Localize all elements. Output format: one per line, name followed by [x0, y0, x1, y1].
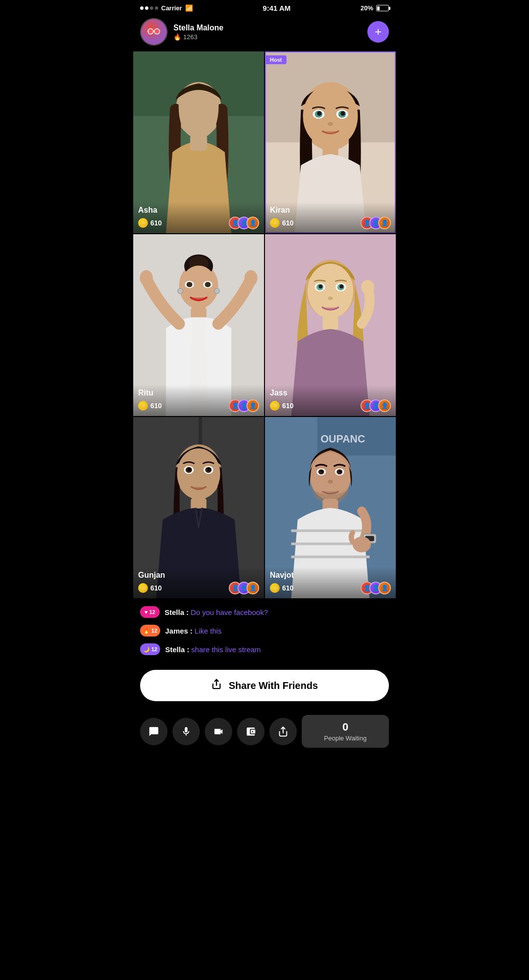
host-avatar[interactable] — [140, 18, 168, 46]
ritu-name: Ritu — [138, 389, 259, 397]
score-value: 1263 — [183, 33, 197, 41]
ritu-overlay: Ritu 🪙 610 👤 👤 👤 — [133, 385, 264, 416]
host-profile-bar: Stella Malone 🔥 1263 + — [132, 14, 397, 51]
asha-viewers: 👤 👤 👤 — [229, 217, 259, 229]
asha-coins: 🪙 610 — [138, 218, 162, 228]
video-cell-asha[interactable]: Asha 🪙 610 👤 👤 👤 — [133, 51, 264, 233]
wallet-button[interactable] — [237, 718, 264, 745]
svg-point-50 — [177, 448, 220, 499]
chat-text-2: James : Like this — [165, 627, 221, 635]
ritu-coins: 🪙 610 — [138, 401, 162, 411]
chat-level-3: 12 — [151, 646, 157, 652]
video-cell-gunjan[interactable]: Gunjan 🪙 610 👤 👤 👤 — [133, 417, 264, 599]
share-button-container: Share With Friends — [132, 668, 397, 709]
chat-button[interactable] — [140, 718, 168, 745]
status-left: Carrier 📶 — [140, 4, 193, 12]
video-cell-jass[interactable]: Jass 🪙 610 👤 👤 👤 — [265, 234, 396, 416]
ritu-bottom: 🪙 610 👤 👤 👤 — [138, 399, 259, 412]
share-icon — [211, 679, 222, 692]
people-waiting-label: People Waiting — [310, 735, 381, 742]
navjot-viewers: 👤 👤 👤 — [361, 582, 391, 594]
svg-point-69 — [328, 480, 333, 484]
share-button-label: Share With Friends — [229, 680, 318, 691]
people-waiting-count: 0 — [310, 721, 381, 734]
jass-coins: 🪙 610 — [270, 401, 293, 411]
jass-bottom: 🪙 610 👤 👤 👤 — [270, 399, 391, 412]
chat-badge-1: ♥ 12 — [140, 606, 160, 618]
coin-icon-3: 🪙 — [138, 401, 148, 411]
host-name: Stella Malone — [173, 24, 361, 32]
fire-icon: 🔥 — [173, 33, 181, 41]
svg-point-17 — [317, 111, 321, 116]
video-grid: Asha 🪙 610 👤 👤 👤 Host — [132, 51, 397, 598]
svg-point-34 — [244, 270, 258, 286]
chat-message-2: 🔥 12 James : Like this — [140, 625, 389, 637]
svg-point-42 — [318, 284, 322, 288]
signal-strength — [140, 6, 158, 10]
svg-point-44 — [328, 296, 333, 300]
viewer-avatar-18: 👤 — [378, 582, 391, 594]
battery-fill — [377, 6, 379, 10]
coin-icon-2: 🪙 — [270, 218, 280, 228]
kiran-overlay: Kiran 🪙 610 👤 👤 👤 — [265, 202, 396, 233]
jass-name: Jass — [270, 389, 391, 397]
people-waiting-box: 0 People Waiting — [302, 715, 389, 748]
battery-percent: 20% — [361, 4, 373, 12]
host-badge: Host — [265, 55, 287, 64]
navjot-coins: 🪙 610 — [270, 583, 293, 593]
chat-text-1: Stella : Do you have facebook? — [165, 608, 268, 616]
navjot-bottom: 🪙 610 👤 👤 👤 — [270, 582, 391, 594]
video-cell-navjot[interactable]: OUPANC — [265, 417, 396, 599]
signal-dot-4 — [155, 6, 158, 10]
svg-point-43 — [339, 284, 343, 288]
moon-icon: 🌙 — [143, 646, 150, 653]
svg-point-31 — [215, 288, 220, 294]
mic-button[interactable] — [172, 718, 200, 745]
svg-point-33 — [140, 270, 153, 286]
signal-dot-1 — [140, 6, 144, 10]
share-with-friends-button[interactable]: Share With Friends — [140, 670, 389, 701]
coin-icon: 🪙 — [138, 218, 148, 228]
heart-icon: ♥ — [144, 609, 148, 615]
gunjan-name: Gunjan — [138, 571, 259, 580]
svg-rect-45 — [322, 316, 338, 330]
host-avatar-image — [141, 19, 167, 45]
chat-badge-2: 🔥 12 — [140, 625, 160, 637]
follow-button[interactable]: + — [367, 21, 389, 43]
chat-badge-3: 🌙 12 — [140, 643, 160, 655]
svg-line-4 — [148, 31, 149, 31]
asha-overlay: Asha 🪙 610 👤 👤 👤 — [133, 202, 264, 233]
svg-point-0 — [141, 19, 167, 45]
battery-indicator — [376, 5, 389, 11]
share-bottom-button[interactable] — [269, 718, 297, 745]
chat-message-3: 🌙 12 Stella : share this live stream — [140, 643, 389, 655]
signal-dot-2 — [145, 6, 148, 10]
video-cell-ritu[interactable]: Ritu 🪙 610 👤 👤 👤 — [133, 234, 264, 416]
coin-icon-6: 🪙 — [270, 583, 280, 593]
coin-icon-5: 🪙 — [138, 583, 148, 593]
chat-text-3: Stella : share this live stream — [165, 645, 261, 654]
chat-level-1: 12 — [149, 609, 155, 615]
status-right: 20% — [361, 4, 389, 12]
kiran-bottom: 🪙 610 👤 👤 👤 — [270, 217, 391, 229]
kiran-viewers: 👤 👤 👤 — [361, 217, 391, 229]
fire-icon-2: 🔥 — [143, 628, 150, 634]
viewer-avatar-12: 👤 — [378, 399, 391, 412]
viewer-avatar-3: 👤 — [246, 217, 259, 229]
viewer-avatar-15: 👤 — [246, 582, 259, 594]
video-cell-kiran[interactable]: Host — [265, 51, 396, 233]
svg-point-55 — [188, 467, 191, 471]
svg-point-46 — [361, 280, 374, 294]
coin-icon-4: 🪙 — [270, 401, 280, 411]
svg-point-25 — [180, 266, 217, 309]
carrier-label: Carrier — [161, 4, 182, 12]
gunjan-coins: 🪙 610 — [138, 583, 162, 593]
kiran-coins: 🪙 610 — [270, 218, 293, 228]
host-info: Stella Malone 🔥 1263 — [173, 24, 361, 41]
clock: 9:41 AM — [263, 4, 290, 12]
svg-point-28 — [187, 282, 192, 287]
gunjan-bottom: 🪙 610 👤 👤 👤 — [138, 582, 259, 594]
svg-rect-8 — [190, 134, 207, 150]
svg-point-29 — [205, 282, 211, 287]
video-button[interactable] — [205, 718, 232, 745]
